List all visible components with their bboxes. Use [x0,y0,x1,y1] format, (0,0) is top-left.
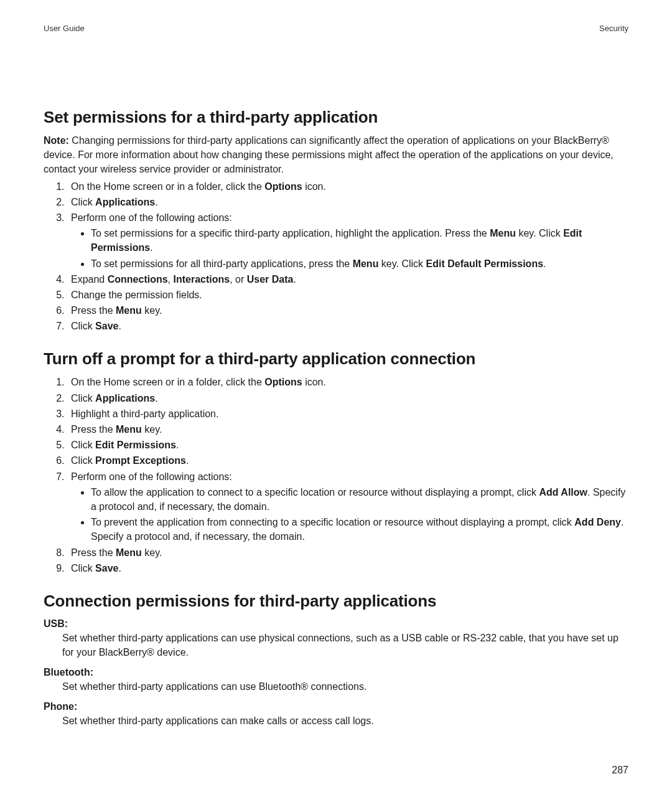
list-item: Click Save. [67,561,628,575]
list-item: Click Applications. [67,391,628,405]
list-item: Perform one of the following actions: To… [67,470,628,544]
list-item: To prevent the application from connecti… [91,515,628,544]
header-left: User Guide [44,24,85,33]
header-right: Security [599,24,628,33]
list-item: Expand Connections, Interactions, or Use… [67,272,628,286]
list-item: Perform one of the following actions: To… [67,210,628,271]
note-paragraph: Note: Changing permissions for third-par… [44,133,628,177]
list-item: Change the permission fields. [67,288,628,302]
list-item: On the Home screen or in a folder, click… [67,179,628,194]
heading-set-permissions: Set permissions for a third-party applic… [44,108,628,127]
desc-usb: Set whether third-party applications can… [44,631,628,659]
list-item: Press the Menu key. [67,545,628,560]
list-item: Click Edit Permissions. [67,438,628,452]
term-bluetooth: Bluetooth: [44,667,628,678]
list-item: To allow the application to connect to a… [91,485,628,514]
steps-list-2: On the Home screen or in a folder, click… [44,375,628,575]
steps-list-1: On the Home screen or in a folder, click… [44,179,628,334]
page-content: User Guide Security Set permissions for … [0,0,672,729]
note-bold: Note: [44,135,69,146]
list-item: On the Home screen or in a folder, click… [67,375,628,389]
sub-list: To allow the application to connect to a… [71,485,628,544]
page-number: 287 [612,765,628,776]
sub-list: To set permissions for a specific third-… [71,226,628,271]
desc-phone: Set whether third-party applications can… [44,714,628,728]
heading-turn-off-prompt: Turn off a prompt for a third-party appl… [44,349,628,369]
list-item: Press the Menu key. [67,422,628,437]
list-item: Highlight a third-party application. [67,407,628,421]
note-text: Changing permissions for third-party app… [44,135,614,174]
list-item: Press the Menu key. [67,303,628,318]
list-item: Click Prompt Exceptions. [67,453,628,468]
list-item: To set permissions for a specific third-… [91,226,628,255]
desc-bluetooth: Set whether third-party applications can… [44,679,628,694]
list-item: Click Save. [67,319,628,333]
term-phone: Phone: [44,701,628,712]
definition-list: USB: Set whether third-party application… [44,618,628,729]
heading-connection-permissions: Connection permissions for third-party a… [44,592,628,611]
term-usb: USB: [44,618,628,630]
list-item: Click Applications. [67,195,628,209]
page-header: User Guide Security [44,24,628,33]
list-item: To set permissions for all third-party a… [91,257,628,271]
